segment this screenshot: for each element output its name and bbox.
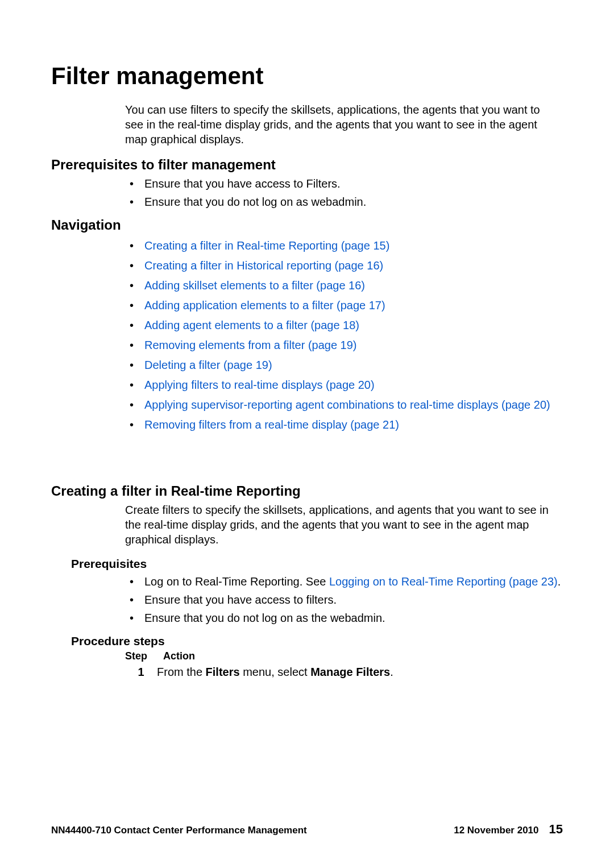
list-item: Adding application elements to a filter … [125, 298, 563, 313]
section-heading: Creating a filter in Real-time Reporting [51, 483, 563, 499]
navigation-heading: Navigation [51, 217, 563, 233]
procedure-heading: Procedure steps [71, 634, 563, 648]
list-item: Ensure that you do not log on as webadmi… [125, 195, 563, 209]
prerequisites-heading: Prerequisites to filter management [51, 157, 563, 173]
nav-link[interactable]: Creating a filter in Real-time Reporting… [144, 239, 389, 252]
doc-id: NN44400-710 Contact Center Performance M… [51, 825, 307, 836]
list-item: Log on to Real-Time Reporting. See Loggi… [125, 575, 563, 589]
text: Log on to Real-Time Reporting. See [144, 575, 329, 588]
list-item: Ensure that you have access to filters. [125, 593, 563, 607]
step-number: 1 [125, 666, 157, 679]
text: . [390, 666, 393, 678]
col-action: Action [163, 650, 195, 662]
intro-paragraph: You can use filters to specify the skill… [125, 102, 557, 147]
page-footer: NN44400-710 Contact Center Performance M… [51, 822, 563, 837]
nav-link[interactable]: Removing filters from a real-time displa… [144, 418, 399, 431]
list-item: Ensure that you do not log on as the web… [125, 611, 563, 625]
page-number: 15 [549, 822, 563, 837]
procedure-row: 1 From the Filters menu, select Manage F… [125, 666, 563, 679]
list-item: Adding agent elements to a filter (page … [125, 318, 563, 333]
prerequisites-subheading: Prerequisites [71, 557, 563, 571]
list-item: Creating a filter in Historical reportin… [125, 259, 563, 273]
navigation-list: Creating a filter in Real-time Reporting… [125, 239, 563, 432]
procedure-table-head: Step Action [125, 650, 563, 662]
nav-link[interactable]: Adding skillset elements to a filter (pa… [144, 279, 365, 292]
list-item: Adding skillset elements to a filter (pa… [125, 279, 563, 293]
list-item: Applying filters to real-time displays (… [125, 378, 563, 392]
footer-date: 12 November 2010 [454, 825, 538, 836]
nav-link[interactable]: Creating a filter in Historical reportin… [144, 259, 383, 272]
inline-link[interactable]: Logging on to Real-Time Reporting (page … [329, 575, 558, 588]
prerequisites-list: Ensure that you have access to Filters. … [125, 177, 563, 209]
list-item: Ensure that you have access to Filters. [125, 177, 563, 191]
text: From the [157, 666, 206, 678]
menu-item: Manage Filters [310, 666, 390, 678]
step-action: From the Filters menu, select Manage Fil… [157, 666, 563, 679]
nav-link[interactable]: Deleting a filter (page 19) [144, 359, 272, 371]
nav-link[interactable]: Applying supervisor-reporting agent comb… [144, 398, 550, 411]
menu-name: Filters [206, 666, 240, 678]
nav-link[interactable]: Removing elements from a filter (page 19… [144, 339, 357, 351]
list-item: Applying supervisor-reporting agent comb… [125, 398, 563, 412]
list-item: Removing filters from a real-time displa… [125, 418, 563, 432]
list-item: Deleting a filter (page 19) [125, 358, 563, 372]
text: . [558, 575, 561, 588]
page-title: Filter management [51, 63, 563, 90]
section-intro: Create filters to specify the skillsets,… [125, 502, 557, 547]
list-item: Removing elements from a filter (page 19… [125, 338, 563, 352]
nav-link[interactable]: Adding agent elements to a filter (page … [144, 319, 359, 331]
nav-link[interactable]: Adding application elements to a filter … [144, 299, 385, 312]
col-step: Step [125, 650, 147, 662]
list-item: Creating a filter in Real-time Reporting… [125, 239, 563, 253]
nav-link[interactable]: Applying filters to real-time displays (… [144, 379, 375, 391]
sub-prereq-list: Log on to Real-Time Reporting. See Loggi… [125, 575, 563, 625]
text: menu, select [240, 666, 311, 678]
